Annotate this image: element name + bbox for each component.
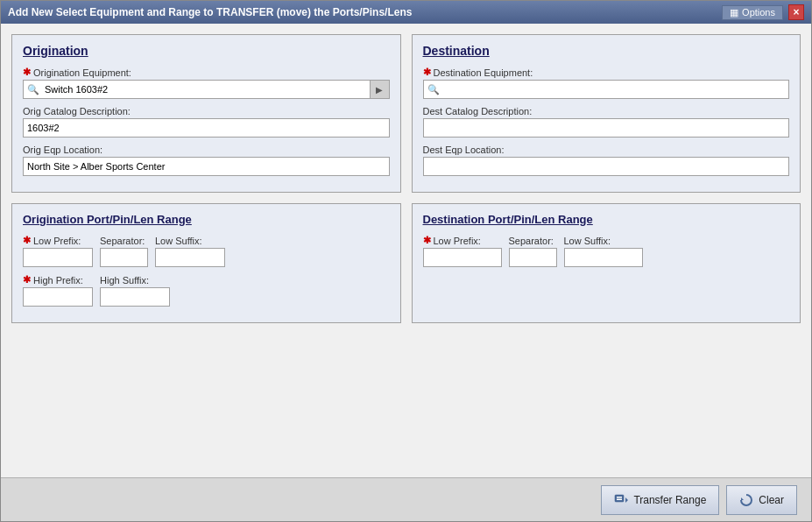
- dest-equipment-input[interactable]: [443, 81, 789, 98]
- transfer-range-icon: [614, 493, 628, 507]
- dest-low-prefix-star: ✱: [423, 235, 431, 246]
- orig-high-suffix-label: High Suffix:: [100, 275, 170, 286]
- footer: Transfer Range Clear: [1, 477, 811, 521]
- dest-low-prefix-input[interactable]: [423, 248, 502, 267]
- dest-low-prefix-field: ✱ Low Prefix:: [423, 235, 502, 267]
- orig-search-icon: 🔍: [24, 84, 43, 95]
- orig-separator-input[interactable]: [100, 248, 148, 267]
- dest-separator-field: Separator:: [509, 236, 557, 267]
- dest-equipment-group: ✱ Destination Equipment: 🔍: [423, 67, 790, 99]
- dest-equipment-label: ✱ Destination Equipment:: [423, 67, 790, 78]
- main-window: Add New Select Equipment and Range to TR…: [0, 0, 812, 522]
- window-title: Add New Select Equipment and Range to TR…: [8, 6, 722, 18]
- orig-catalog-input[interactable]: [23, 118, 390, 138]
- transfer-range-label: Transfer Range: [633, 494, 706, 506]
- dest-catalog-group: Dest Catalog Description:: [423, 106, 790, 138]
- svg-marker-3: [625, 497, 628, 503]
- close-button[interactable]: ×: [788, 4, 804, 20]
- dest-separator-label: Separator:: [509, 236, 557, 246]
- orig-location-input[interactable]: [23, 157, 390, 176]
- dest-low-prefix-label: ✱ Low Prefix:: [423, 235, 502, 246]
- orig-high-prefix-field: ✱ High Prefix:: [23, 274, 93, 307]
- origination-panel: Origination ✱ Origination Equipment: 🔍 ▶…: [11, 34, 401, 193]
- dest-range-low-row: ✱ Low Prefix: Separator: Low Suffix:: [423, 235, 790, 267]
- content-area: Origination ✱ Origination Equipment: 🔍 ▶…: [1, 24, 811, 477]
- orig-low-prefix-field: ✱ Low Prefix:: [23, 235, 93, 267]
- dest-catalog-label: Dest Catalog Description:: [423, 106, 790, 116]
- orig-range-low-row: ✱ Low Prefix: Separator: Low Suffix:: [23, 235, 390, 267]
- origination-range-title: Origination Port/Pin/Len Range: [23, 213, 390, 226]
- svg-rect-2: [617, 498, 622, 500]
- orig-separator-label: Separator:: [100, 236, 148, 246]
- clear-label: Clear: [759, 494, 784, 506]
- svg-rect-0: [615, 495, 624, 502]
- destination-range-panel: Destination Port/Pin/Len Range ✱ Low Pre…: [412, 203, 801, 323]
- orig-location-group: Orig Eqp Location:: [23, 145, 390, 176]
- destination-range-title: Destination Port/Pin/Len Range: [423, 213, 790, 226]
- top-row: Origination ✱ Origination Equipment: 🔍 ▶…: [11, 34, 801, 193]
- options-icon: ▦: [730, 7, 738, 18]
- dest-equipment-required-star: ✱: [423, 67, 431, 78]
- orig-equipment-input[interactable]: [43, 81, 370, 98]
- dest-low-suffix-label: Low Suffix:: [564, 236, 643, 246]
- orig-high-prefix-input[interactable]: [23, 287, 93, 307]
- orig-location-label: Orig Eqp Location:: [23, 145, 390, 155]
- dest-low-suffix-input[interactable]: [564, 248, 643, 267]
- dest-low-suffix-field: Low Suffix:: [564, 236, 643, 267]
- dest-equipment-input-wrapper: 🔍: [423, 80, 790, 99]
- orig-equipment-group: ✱ Origination Equipment: 🔍 ▶: [23, 67, 390, 99]
- orig-catalog-group: Orig Catalog Description:: [23, 106, 390, 138]
- title-bar: Add New Select Equipment and Range to TR…: [1, 1, 811, 24]
- clear-icon: [739, 493, 753, 507]
- orig-high-prefix-label: ✱ High Prefix:: [23, 274, 93, 286]
- transfer-range-button[interactable]: Transfer Range: [601, 485, 719, 515]
- orig-low-suffix-label: Low Suffix:: [155, 236, 225, 246]
- orig-low-prefix-star: ✱: [23, 235, 31, 246]
- orig-low-suffix-input[interactable]: [155, 248, 225, 267]
- orig-separator-field: Separator:: [100, 236, 148, 267]
- orig-high-suffix-field: High Suffix:: [100, 275, 170, 307]
- orig-equipment-search-button[interactable]: ▶: [370, 81, 389, 98]
- dest-search-icon: 🔍: [424, 84, 443, 95]
- dest-location-group: Dest Eqp Location:: [423, 145, 790, 176]
- orig-high-suffix-input[interactable]: [100, 287, 170, 307]
- title-bar-controls: ▦ Options ×: [722, 4, 804, 20]
- origination-range-panel: Origination Port/Pin/Len Range ✱ Low Pre…: [11, 203, 401, 323]
- svg-marker-4: [741, 497, 744, 500]
- orig-equipment-label: ✱ Origination Equipment:: [23, 67, 390, 78]
- orig-equipment-input-wrapper: 🔍 ▶: [23, 80, 390, 99]
- orig-low-prefix-label: ✱ Low Prefix:: [23, 235, 93, 246]
- destination-title: Destination: [423, 44, 790, 58]
- dest-location-input[interactable]: [423, 157, 790, 176]
- orig-low-suffix-field: Low Suffix:: [155, 236, 225, 267]
- orig-catalog-label: Orig Catalog Description:: [23, 106, 390, 116]
- orig-equipment-required-star: ✱: [23, 67, 31, 78]
- dest-catalog-input[interactable]: [423, 118, 790, 138]
- orig-range-high-row: ✱ High Prefix: High Suffix:: [23, 274, 390, 307]
- options-button[interactable]: ▦ Options: [722, 5, 783, 20]
- svg-rect-1: [617, 497, 622, 498]
- dest-separator-input[interactable]: [509, 248, 557, 267]
- clear-button[interactable]: Clear: [726, 485, 797, 515]
- bottom-row: Origination Port/Pin/Len Range ✱ Low Pre…: [11, 203, 801, 323]
- orig-low-prefix-input[interactable]: [23, 248, 93, 267]
- orig-high-prefix-star: ✱: [23, 274, 31, 286]
- origination-title: Origination: [23, 44, 390, 58]
- destination-panel: Destination ✱ Destination Equipment: 🔍 D…: [412, 34, 801, 193]
- dest-location-label: Dest Eqp Location:: [423, 145, 790, 155]
